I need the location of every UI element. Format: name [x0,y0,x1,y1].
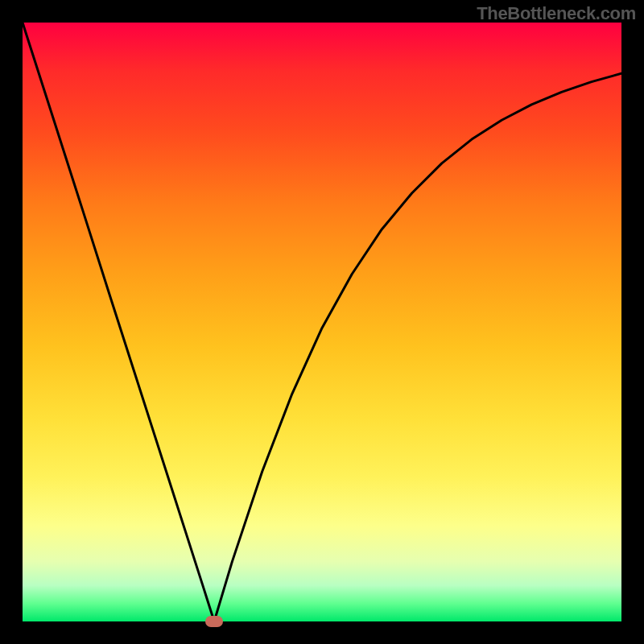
minimum-marker [205,616,223,627]
bottleneck-curve [23,23,621,621]
chart-curve-svg [23,23,621,621]
watermark-text: TheBottleneck.com [477,3,636,24]
chart-plot-area [23,23,621,621]
chart-frame: TheBottleneck.com [0,0,644,644]
